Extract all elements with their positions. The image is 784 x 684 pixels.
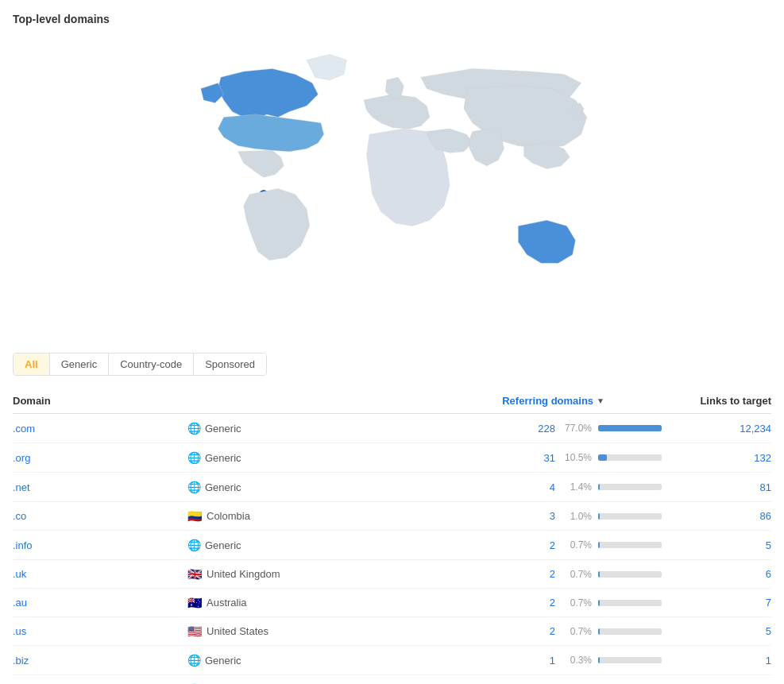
- globe-icon: 🌐: [187, 539, 200, 551]
- ref-cell: 2 0.7%: [462, 625, 668, 637]
- ref-count: 228: [531, 423, 555, 435]
- type-label: Generic: [205, 423, 241, 435]
- type-label: Generic: [205, 452, 241, 464]
- tab-all[interactable]: All: [14, 354, 50, 375]
- ref-pct: 0.7%: [562, 569, 592, 580]
- type-label: Australia: [207, 597, 247, 609]
- ref-count: 4: [531, 481, 555, 493]
- globe-icon: 🌐: [187, 451, 200, 464]
- ref-count: 2: [531, 539, 555, 551]
- ref-cell: 31 10.5%: [462, 452, 668, 464]
- domain-link[interactable]: .biz: [13, 655, 29, 667]
- ref-pct: 1.0%: [562, 511, 592, 522]
- type-label: United Kingdom: [207, 568, 280, 580]
- domain-link[interactable]: .net: [13, 481, 30, 493]
- bar-container: [598, 513, 662, 520]
- domain-link[interactable]: .com: [13, 423, 35, 435]
- page-title: Top-level domains: [13, 13, 771, 25]
- globe-icon: 🌐: [187, 481, 200, 493]
- ref-pct: 10.5%: [562, 452, 592, 463]
- ref-count: 2: [531, 625, 555, 637]
- domain-cell: .co: [13, 510, 187, 522]
- ref-count: 1: [531, 655, 555, 667]
- links-cell: 5: [668, 539, 771, 551]
- type-label: Colombia: [207, 510, 250, 522]
- domain-link[interactable]: .info: [13, 539, 33, 551]
- col-header-referring-domains[interactable]: Referring domains ▼: [462, 395, 668, 407]
- domain-link[interactable]: .org: [13, 452, 30, 464]
- bar-fill: [598, 454, 607, 461]
- table-row: .co 🇨🇴 Colombia 3 1.0% 86: [13, 502, 771, 531]
- domain-link[interactable]: .us: [13, 625, 26, 637]
- links-cell: 6: [668, 568, 771, 580]
- bar-fill: [598, 513, 600, 520]
- bar-container: [598, 542, 662, 548]
- ref-count: 2: [531, 568, 555, 580]
- globe-icon: 🌐: [187, 422, 200, 435]
- type-label: Generic: [205, 655, 241, 667]
- bar-container: [598, 484, 662, 490]
- domain-link[interactable]: .co: [13, 510, 26, 522]
- domain-cell: .au: [13, 597, 187, 609]
- domain-link[interactable]: .au: [13, 597, 27, 609]
- type-label: Generic: [205, 539, 241, 551]
- type-label: Generic: [205, 481, 241, 493]
- col-header-links: Links to target: [668, 395, 771, 407]
- table-body: .com 🌐 Generic 228 77.0% 12,234 .org 🌐 G…: [13, 414, 771, 684]
- bar-container: [598, 628, 662, 635]
- ref-pct: 0.7%: [562, 539, 592, 551]
- type-cell: 🌐 Generic: [187, 481, 462, 493]
- ref-count: 2: [531, 597, 555, 609]
- ref-pct: 1.4%: [562, 481, 592, 493]
- links-cell: 132: [668, 452, 771, 464]
- ref-pct: 0.7%: [562, 597, 592, 609]
- links-cell: 7: [668, 597, 771, 609]
- bar-container: [598, 571, 662, 578]
- domain-cell: .info: [13, 539, 187, 551]
- tab-country-code[interactable]: Country-code: [109, 354, 194, 375]
- table-row: .biz 🌐 Generic 1 0.3% 1: [13, 646, 771, 675]
- bar-fill: [598, 484, 600, 490]
- links-cell: 1: [668, 655, 771, 667]
- bar-container: [598, 600, 662, 606]
- ref-pct: 77.0%: [562, 423, 592, 434]
- bar-fill: [598, 425, 662, 431]
- ref-pct: 0.3%: [562, 655, 592, 666]
- ref-cell: 2 0.7%: [462, 597, 668, 609]
- links-cell: 12,234: [668, 423, 771, 435]
- ref-count: 3: [531, 510, 555, 522]
- domain-cell: .us: [13, 625, 187, 637]
- table-row: .net 🌐 Generic 4 1.4% 81: [13, 473, 771, 502]
- table-row: .casa 🌐 Generic 1 0.3% 2: [13, 675, 771, 684]
- bar-fill: [598, 657, 600, 663]
- type-cell: 🇬🇧 United Kingdom: [187, 568, 462, 580]
- table-header: Domain Referring domains ▼ Links to targ…: [13, 388, 771, 414]
- table-row: .us 🇺🇸 United States 2 0.7% 5: [13, 617, 771, 646]
- links-cell: 81: [668, 481, 771, 493]
- bar-container: [598, 657, 662, 663]
- domain-link[interactable]: .uk: [13, 568, 26, 580]
- type-cell: 🌐 Generic: [187, 654, 462, 667]
- sort-arrow-icon: ▼: [597, 396, 604, 405]
- tab-generic[interactable]: Generic: [50, 354, 110, 375]
- type-label: United States: [207, 625, 268, 637]
- tab-sponsored[interactable]: Sponsored: [194, 354, 266, 375]
- links-cell: 86: [668, 510, 771, 522]
- bar-container: [598, 454, 662, 461]
- col-header-domain: Domain: [13, 395, 187, 407]
- bar-fill: [598, 628, 600, 635]
- bar-fill: [598, 571, 600, 578]
- links-cell: 5: [668, 625, 771, 637]
- ref-cell: 2 0.7%: [462, 568, 668, 580]
- type-cell: 🇺🇸 United States: [187, 625, 462, 637]
- table-row: .info 🌐 Generic 2 0.7% 5: [13, 531, 771, 560]
- flag-icon: 🇦🇺: [187, 597, 202, 608]
- ref-cell: 4 1.4%: [462, 481, 668, 493]
- flag-icon: 🇬🇧: [187, 569, 202, 579]
- table-row: .org 🌐 Generic 31 10.5% 132: [13, 443, 771, 473]
- domain-cell: .uk: [13, 568, 187, 580]
- type-cell: 🇨🇴 Colombia: [187, 510, 462, 522]
- ref-pct: 0.7%: [562, 626, 592, 637]
- domain-cell: .com: [13, 423, 187, 435]
- ref-cell: 3 1.0%: [462, 510, 668, 522]
